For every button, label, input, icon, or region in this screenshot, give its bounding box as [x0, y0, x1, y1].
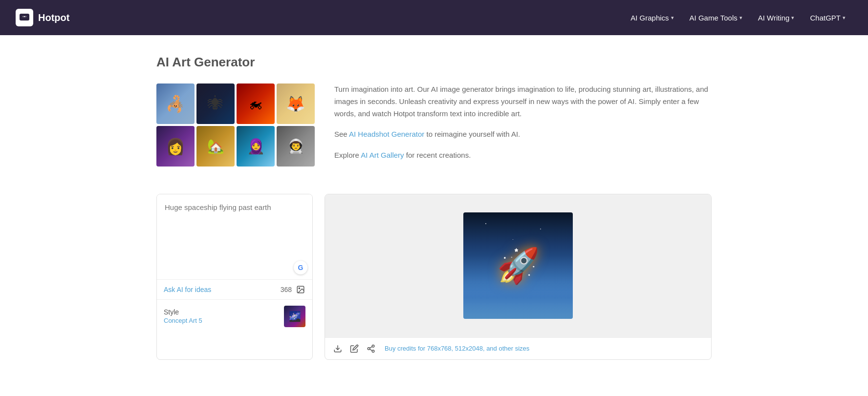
result-image-area: 🚀 — [325, 194, 711, 337]
generated-image: 🚀 — [463, 212, 573, 319]
art-examples-grid — [156, 83, 315, 170]
description-see: See AI Headshot Generator to reimagine y… — [334, 128, 712, 141]
star-1 — [485, 223, 486, 224]
star-2 — [540, 229, 541, 229]
share-icon[interactable] — [366, 344, 376, 354]
google-autofill-icon: G — [294, 261, 307, 274]
nav-links: AI Graphics ▾ AI Game Tools ▾ AI Writing… — [624, 10, 852, 26]
svg-point-8 — [372, 350, 374, 353]
grid-image-5 — [156, 126, 195, 167]
svg-point-7 — [368, 348, 370, 350]
nav-ai-graphics[interactable]: AI Graphics ▾ — [624, 10, 680, 26]
chevron-down-icon: ▾ — [843, 15, 846, 21]
download-icon[interactable] — [333, 344, 343, 354]
grid-image-4 — [277, 83, 315, 124]
nav-ai-writing[interactable]: AI Writing ▾ — [751, 10, 802, 26]
style-value-link[interactable]: Concept Art 5 — [164, 317, 202, 324]
result-box: 🚀 — [325, 194, 712, 360]
svg-point-6 — [372, 345, 374, 347]
chevron-down-icon: ▾ — [739, 15, 742, 21]
earth-glow — [463, 276, 573, 319]
style-thumbnail: 🌌 — [284, 306, 305, 327]
prompt-count-area: 368 — [281, 285, 305, 294]
ask-ai-link[interactable]: Ask AI for ideas — [164, 286, 211, 293]
svg-point-4 — [299, 288, 300, 289]
art-generator-description: Turn imagination into art. Our AI image … — [334, 83, 712, 170]
svg-line-9 — [369, 349, 372, 351]
page-title: AI Art Generator — [156, 55, 712, 70]
prompt-box: G Ask AI for ideas 368 — [156, 194, 313, 360]
svg-line-10 — [369, 347, 372, 348]
description-paragraph1: Turn imagination into art. Our AI image … — [334, 83, 712, 120]
grid-image-8 — [277, 126, 315, 167]
prompt-textarea[interactable] — [157, 194, 312, 277]
chevron-down-icon: ▾ — [671, 15, 674, 21]
grid-image-3 — [237, 83, 275, 124]
navbar: Hotpot AI Graphics ▾ AI Game Tools ▾ AI … — [0, 0, 868, 35]
description-explore: Explore AI Art Gallery for recent creati… — [334, 149, 712, 162]
grid-image-6 — [196, 126, 235, 167]
nav-chatgpt-label: ChatGPT — [810, 14, 841, 22]
logo-text: Hotpot — [38, 12, 69, 23]
nav-ai-graphics-label: AI Graphics — [630, 14, 669, 22]
style-row: Style Concept Art 5 🌌 — [157, 299, 312, 333]
headshot-generator-link[interactable]: AI Headshot Generator — [349, 130, 424, 138]
art-gallery-link[interactable]: AI Art Gallery — [361, 151, 404, 159]
star-3 — [513, 239, 513, 240]
top-section: Turn imagination into art. Our AI image … — [156, 83, 712, 170]
nav-ai-writing-label: AI Writing — [758, 14, 790, 22]
style-label: Style — [164, 308, 202, 316]
chevron-down-icon: ▾ — [791, 15, 794, 21]
grid-image-7 — [237, 126, 275, 167]
grid-image-1 — [156, 83, 195, 124]
nav-chatgpt[interactable]: ChatGPT ▾ — [803, 10, 852, 26]
bottom-section: G Ask AI for ideas 368 — [156, 194, 712, 360]
logo-icon — [16, 9, 33, 26]
prompt-input-area: G — [157, 194, 312, 279]
buy-credits-link[interactable]: Buy credits for 768x768, 512x2048, and o… — [385, 345, 529, 352]
nav-ai-game-tools-label: AI Game Tools — [690, 14, 738, 22]
svg-point-2 — [24, 16, 25, 17]
image-count-icon — [296, 285, 305, 294]
nav-ai-game-tools[interactable]: AI Game Tools ▾ — [683, 10, 749, 26]
logo[interactable]: Hotpot — [16, 9, 69, 26]
grid-image-2 — [196, 83, 235, 124]
edit-icon[interactable] — [349, 344, 359, 354]
character-count: 368 — [281, 286, 292, 293]
main-content: AI Art Generator Turn imagination into a… — [0, 0, 868, 396]
result-actions-bar: Buy credits for 768x768, 512x2048, and o… — [325, 337, 711, 359]
prompt-bottom-bar: Ask AI for ideas 368 — [157, 279, 312, 299]
